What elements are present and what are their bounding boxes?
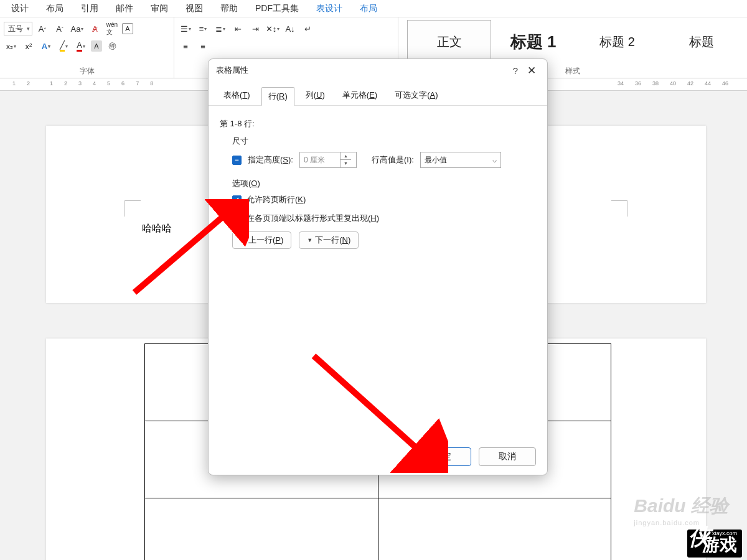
align-center-icon[interactable]: ≡ (195, 39, 210, 54)
phonetic-guide-icon[interactable]: wén文 (105, 21, 120, 36)
table-row[interactable] (145, 498, 611, 561)
menu-design[interactable]: 设计 (2, 3, 37, 14)
triangle-down-icon: ▼ (307, 237, 312, 243)
menu-references[interactable]: 引用 (72, 3, 107, 14)
enclose-char-icon[interactable]: ㊕ (105, 39, 120, 54)
numbering-icon[interactable]: ≡▾ (195, 21, 210, 36)
menu-pdf-tools[interactable]: PDF工具集 (247, 3, 308, 14)
sort-icon[interactable]: A↓ (283, 21, 298, 36)
highlight-icon[interactable]: ╱▾ (56, 39, 71, 54)
spinner-down-icon[interactable]: ▼ (341, 160, 351, 167)
allow-break-checkbox[interactable] (232, 195, 242, 205)
tab-row[interactable]: 行(R) (261, 87, 294, 106)
spinner-up-icon[interactable]: ▲ (341, 152, 351, 160)
increase-font-icon[interactable]: A^ (35, 21, 50, 36)
specify-height-checkbox[interactable] (232, 156, 242, 165)
show-marks-icon[interactable]: ↵ (300, 21, 315, 36)
menu-help[interactable]: 帮助 (212, 3, 247, 14)
bullets-icon[interactable]: ☰▾ (178, 21, 193, 36)
character-shading-icon[interactable]: A (91, 40, 102, 52)
allow-break-label: 允许跨页断行(K) (247, 194, 306, 205)
menu-mailings[interactable]: 邮件 (107, 3, 142, 14)
style-heading1[interactable]: 标题 1 (491, 20, 575, 63)
increase-indent-icon[interactable]: ⇥ (248, 21, 263, 36)
text-direction-icon[interactable]: ✕↕▾ (265, 21, 280, 36)
menu-layout[interactable]: 布局 (37, 3, 72, 14)
row-height-is-label: 行高值是(I): (372, 154, 414, 166)
menu-view[interactable]: 视图 (177, 3, 212, 14)
font-size-selector[interactable]: 五号 (4, 22, 32, 35)
menu-bar: 设计 布局 引用 邮件 审阅 视图 帮助 PDF工具集 表设计 布局 (0, 0, 747, 17)
help-icon[interactable]: ? (507, 65, 524, 76)
watermark-game: xiayx.com 游戏 (687, 530, 742, 558)
specify-height-label: 指定高度(S): (248, 154, 293, 166)
close-icon[interactable]: ✕ (524, 64, 540, 77)
character-border-icon[interactable]: A (122, 23, 133, 34)
cancel-button[interactable]: 取消 (479, 447, 536, 466)
rows-range-label: 第 1-8 行: (220, 118, 536, 129)
text-effects-icon[interactable]: A▾ (39, 39, 54, 54)
change-case-icon[interactable]: Aa▾ (70, 21, 85, 36)
size-label: 尺寸 (232, 136, 536, 147)
multilevel-list-icon[interactable]: ≣▾ (213, 21, 228, 36)
font-color-icon[interactable]: A▾ (73, 39, 88, 54)
menu-review[interactable]: 审阅 (142, 3, 177, 14)
tab-column[interactable]: 列(U) (299, 86, 331, 105)
height-input[interactable]: ▲▼ (299, 152, 357, 168)
document-text[interactable]: 哈哈哈 (142, 222, 172, 235)
ok-button[interactable]: 确定 (414, 447, 471, 466)
style-gallery: 正文 标题 1 标题 2 标题 (402, 20, 743, 63)
tab-alt-text[interactable]: 可选文字(A) (388, 86, 444, 105)
prev-row-button[interactable]: ▲上一行(P) (232, 231, 291, 249)
dialog-tabs: 表格(T) 行(R) 列(U) 单元格(E) 可选文字(A) (209, 82, 547, 106)
group-label-font: 字体 (0, 66, 174, 77)
subscript-icon[interactable]: x₂▾ (4, 39, 19, 54)
tab-table[interactable]: 表格(T) (217, 86, 256, 105)
superscript-icon[interactable]: x² (21, 39, 36, 54)
decrease-font-icon[interactable]: Aˇ (52, 21, 67, 36)
align-left-icon[interactable]: ≡ (178, 39, 193, 54)
tab-cell[interactable]: 单元格(E) (336, 86, 383, 105)
options-label: 选项(O) (232, 178, 536, 189)
style-normal[interactable]: 正文 (407, 20, 491, 63)
triangle-up-icon: ▲ (240, 237, 246, 243)
style-heading2[interactable]: 标题 2 (575, 20, 659, 63)
menu-table-design[interactable]: 表设计 (308, 3, 351, 14)
decrease-indent-icon[interactable]: ⇤ (230, 21, 245, 36)
table-properties-dialog: 表格属性 ? ✕ 表格(T) 行(R) 列(U) 单元格(E) 可选文字(A) … (208, 58, 548, 475)
repeat-header-label: 在各页顶端以标题行形式重复出现(H) (247, 213, 379, 224)
repeat-header-checkbox[interactable] (232, 214, 242, 223)
menu-table-layout[interactable]: 布局 (351, 3, 386, 14)
style-title[interactable]: 标题 (659, 20, 743, 63)
dialog-title: 表格属性 (216, 65, 507, 76)
row-height-mode-select[interactable]: 最小值 (420, 152, 501, 168)
next-row-button[interactable]: ▼下一行(N) (299, 231, 359, 249)
clear-format-icon[interactable]: A̷ (87, 21, 102, 36)
